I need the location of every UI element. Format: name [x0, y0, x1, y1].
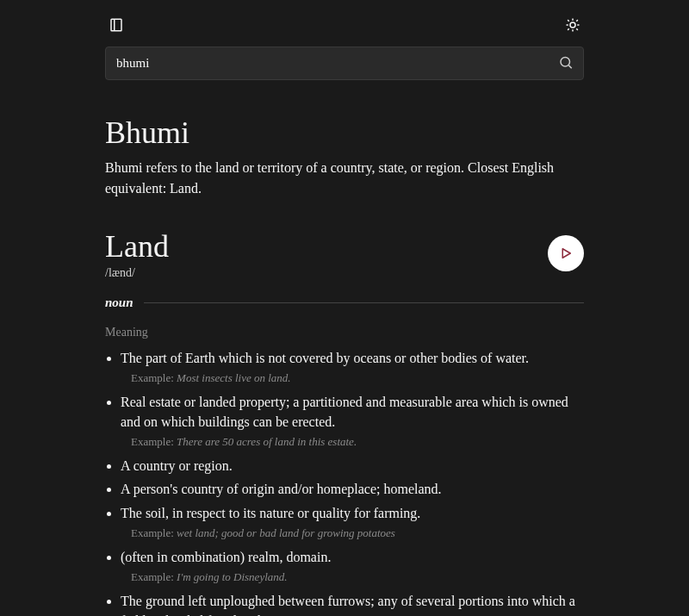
play-icon [558, 246, 574, 261]
definition-item: The part of Earth which is not covered b… [121, 348, 584, 368]
definition-item: Real estate or landed property; a partit… [121, 392, 584, 432]
search-icon[interactable] [555, 51, 577, 76]
definition-text: A person's country of origin and/or home… [121, 482, 442, 496]
definition-example: Example: wet land; good or bad land for … [131, 526, 584, 540]
definition-item: A country or region. [121, 456, 584, 476]
search-input[interactable] [105, 47, 584, 80]
phonetic: /lænd/ [105, 266, 169, 280]
definition-example: Example: I'm going to Disneyland. [131, 570, 584, 584]
topbar [105, 14, 584, 36]
play-audio-button[interactable] [548, 235, 584, 271]
definition-item: The ground left unploughed between furro… [121, 591, 584, 616]
svg-point-2 [570, 22, 575, 28]
page-title: Bhumi [105, 115, 584, 151]
part-of-speech: noun [105, 296, 133, 310]
divider [144, 302, 584, 303]
definition-text: The ground left unploughed between furro… [121, 594, 575, 616]
definition-item: The soil, in respect to its nature or qu… [121, 503, 584, 523]
definition-text: A country or region. [121, 458, 233, 473]
svg-line-12 [568, 65, 571, 67]
theme-toggle-icon[interactable] [562, 14, 584, 36]
summary-text: Bhumi refers to the land or territory of… [105, 158, 584, 199]
svg-line-5 [568, 20, 569, 22]
definition-item: A person's country of origin and/or home… [121, 479, 584, 499]
definition-example: Example: There are 50 acres of land in t… [131, 435, 584, 449]
svg-point-11 [561, 57, 570, 66]
definitions-list: The part of Earth which is not covered b… [105, 348, 584, 616]
definition-text: (often in combination) realm, domain. [121, 550, 331, 564]
svg-rect-0 [111, 19, 121, 31]
svg-line-10 [576, 20, 578, 22]
meaning-label: Meaning [105, 326, 584, 339]
svg-marker-13 [562, 249, 570, 258]
definition-example: Example: Most insects live on land. [131, 371, 584, 385]
entry-word: Land [105, 230, 169, 264]
search-bar [105, 47, 584, 80]
definition-text: Real estate or landed property; a partit… [121, 395, 568, 429]
book-icon[interactable] [105, 14, 127, 36]
definition-item: (often in combination) realm, domain. [121, 547, 584, 567]
svg-line-6 [576, 28, 578, 30]
svg-line-9 [568, 28, 569, 30]
definition-text: The part of Earth which is not covered b… [121, 351, 529, 365]
definition-text: The soil, in respect to its nature or qu… [121, 506, 420, 520]
